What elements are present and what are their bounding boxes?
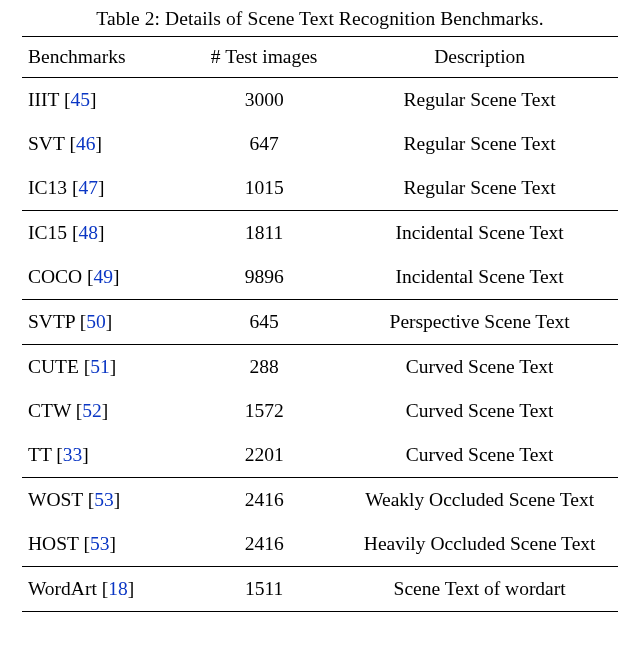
test-images-cell: 1811 bbox=[187, 211, 341, 256]
table-caption: Table 2: Details of Scene Text Recogniti… bbox=[16, 8, 624, 30]
table-body: IIIT [45]3000Regular Scene TextSVT [46]6… bbox=[22, 78, 618, 612]
benchmark-cell: WOST [53] bbox=[22, 478, 187, 523]
benchmark-cell: SVTP [50] bbox=[22, 300, 187, 345]
test-images-cell: 1572 bbox=[187, 389, 341, 433]
benchmark-name-wrap: SVT [46] bbox=[28, 133, 102, 154]
benchmark-cell: SVT [46] bbox=[22, 122, 187, 166]
header-row: Benchmarks # Test images Description bbox=[22, 37, 618, 78]
test-images-cell: 3000 bbox=[187, 78, 341, 123]
description-cell: Perspective Scene Text bbox=[341, 300, 618, 345]
benchmark-name-wrap: IC15 [48] bbox=[28, 222, 104, 243]
citation-link[interactable]: 47 bbox=[78, 177, 98, 198]
benchmark-cell: CUTE [51] bbox=[22, 345, 187, 390]
benchmark-name: IC15 bbox=[28, 222, 72, 243]
description-cell: Weakly Occluded Scene Text bbox=[341, 478, 618, 523]
table-row: IC13 [47]1015Regular Scene Text bbox=[22, 166, 618, 211]
test-images-cell: 1511 bbox=[187, 567, 341, 612]
description-cell: Heavily Occluded Scene Text bbox=[341, 522, 618, 567]
benchmark-name: TT bbox=[28, 444, 56, 465]
citation-link[interactable]: 33 bbox=[63, 444, 83, 465]
test-images-cell: 288 bbox=[187, 345, 341, 390]
benchmark-name: WOST bbox=[28, 489, 88, 510]
citation-link[interactable]: 52 bbox=[82, 400, 102, 421]
citation-link[interactable]: 53 bbox=[94, 489, 114, 510]
benchmark-cell: TT [33] bbox=[22, 433, 187, 478]
table-row: HOST [53]2416Heavily Occluded Scene Text bbox=[22, 522, 618, 567]
description-cell: Incidental Scene Text bbox=[341, 211, 618, 256]
citation-link[interactable]: 48 bbox=[78, 222, 98, 243]
table-row: IC15 [48]1811Incidental Scene Text bbox=[22, 211, 618, 256]
benchmark-cell: WordArt [18] bbox=[22, 567, 187, 612]
benchmark-cell: COCO [49] bbox=[22, 255, 187, 300]
description-cell: Scene Text of wordart bbox=[341, 567, 618, 612]
benchmark-name: IIIT bbox=[28, 89, 64, 110]
benchmark-name: CTW bbox=[28, 400, 76, 421]
table-row: CTW [52]1572Curved Scene Text bbox=[22, 389, 618, 433]
col-header-benchmarks: Benchmarks bbox=[22, 37, 187, 78]
test-images-cell: 2416 bbox=[187, 522, 341, 567]
benchmark-name: WordArt bbox=[28, 578, 102, 599]
description-cell: Regular Scene Text bbox=[341, 166, 618, 211]
description-cell: Incidental Scene Text bbox=[341, 255, 618, 300]
benchmarks-table: Benchmarks # Test images Description III… bbox=[22, 36, 618, 612]
citation-link[interactable]: 46 bbox=[76, 133, 96, 154]
description-cell: Curved Scene Text bbox=[341, 433, 618, 478]
benchmark-name-wrap: CUTE [51] bbox=[28, 356, 116, 377]
test-images-cell: 2201 bbox=[187, 433, 341, 478]
benchmark-name: HOST bbox=[28, 533, 83, 554]
benchmark-cell: IC13 [47] bbox=[22, 166, 187, 211]
description-cell: Curved Scene Text bbox=[341, 345, 618, 390]
citation-link[interactable]: 18 bbox=[108, 578, 128, 599]
citation-link[interactable]: 45 bbox=[70, 89, 90, 110]
benchmark-name: COCO bbox=[28, 266, 87, 287]
description-cell: Curved Scene Text bbox=[341, 389, 618, 433]
benchmark-name-wrap: IIIT [45] bbox=[28, 89, 96, 110]
citation-link[interactable]: 53 bbox=[90, 533, 110, 554]
benchmark-name-wrap: COCO [49] bbox=[28, 266, 120, 287]
benchmark-name-wrap: IC13 [47] bbox=[28, 177, 104, 198]
table-row: SVT [46]647Regular Scene Text bbox=[22, 122, 618, 166]
test-images-cell: 645 bbox=[187, 300, 341, 345]
benchmark-name-wrap: WordArt [18] bbox=[28, 578, 134, 599]
table-row: IIIT [45]3000Regular Scene Text bbox=[22, 78, 618, 123]
benchmark-name: SVT bbox=[28, 133, 69, 154]
benchmark-cell: IIIT [45] bbox=[22, 78, 187, 123]
benchmark-name-wrap: CTW [52] bbox=[28, 400, 108, 421]
benchmark-name-wrap: TT [33] bbox=[28, 444, 89, 465]
col-header-description: Description bbox=[341, 37, 618, 78]
citation-link[interactable]: 51 bbox=[90, 356, 110, 377]
benchmark-name: CUTE bbox=[28, 356, 84, 377]
citation-link[interactable]: 49 bbox=[94, 266, 114, 287]
benchmark-name-wrap: HOST [53] bbox=[28, 533, 116, 554]
benchmark-cell: IC15 [48] bbox=[22, 211, 187, 256]
test-images-cell: 2416 bbox=[187, 478, 341, 523]
col-header-test-images: # Test images bbox=[187, 37, 341, 78]
benchmark-name: SVTP bbox=[28, 311, 80, 332]
table-row: WOST [53]2416Weakly Occluded Scene Text bbox=[22, 478, 618, 523]
page: Table 2: Details of Scene Text Recogniti… bbox=[0, 0, 640, 612]
table-row: CUTE [51]288Curved Scene Text bbox=[22, 345, 618, 390]
citation-link[interactable]: 50 bbox=[86, 311, 106, 332]
table-row: SVTP [50]645Perspective Scene Text bbox=[22, 300, 618, 345]
test-images-cell: 1015 bbox=[187, 166, 341, 211]
benchmark-cell: CTW [52] bbox=[22, 389, 187, 433]
description-cell: Regular Scene Text bbox=[341, 122, 618, 166]
table-row: WordArt [18]1511Scene Text of wordart bbox=[22, 567, 618, 612]
test-images-cell: 647 bbox=[187, 122, 341, 166]
test-images-cell: 9896 bbox=[187, 255, 341, 300]
benchmark-name-wrap: SVTP [50] bbox=[28, 311, 112, 332]
benchmark-name-wrap: WOST [53] bbox=[28, 489, 120, 510]
table-row: TT [33]2201Curved Scene Text bbox=[22, 433, 618, 478]
benchmark-name: IC13 bbox=[28, 177, 72, 198]
benchmark-cell: HOST [53] bbox=[22, 522, 187, 567]
table-row: COCO [49]9896Incidental Scene Text bbox=[22, 255, 618, 300]
description-cell: Regular Scene Text bbox=[341, 78, 618, 123]
